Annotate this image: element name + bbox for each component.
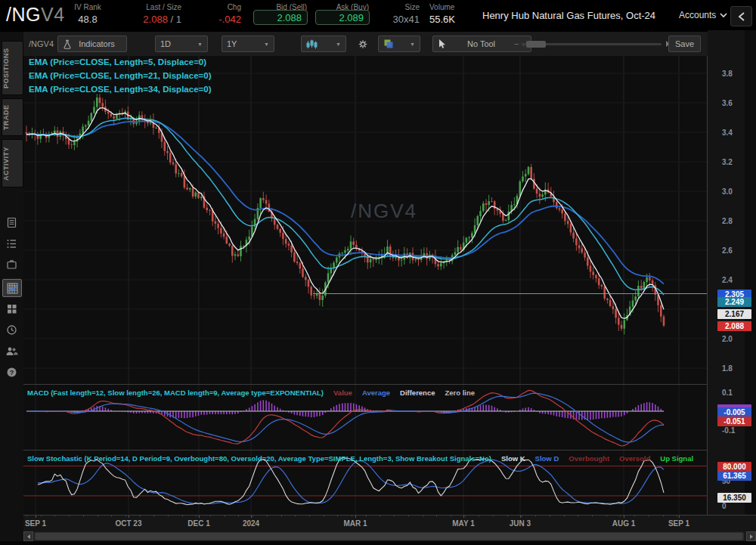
news-icon[interactable] [3,215,20,230]
chart-toolbar: /NGV4 Indicators 1D▼ 1Y▼ ▼ ▼ No Tool ▼ [23,32,756,57]
price-chart-canvas[interactable]: /NGV4 [23,56,707,384]
x-minor-tick [663,516,664,517]
x-minor-tick [451,516,451,517]
macd-legend-average: Average [362,389,390,397]
y-tick-label: 2.8 [722,217,733,225]
price-badge: 16.350 [717,493,751,503]
scroll-left-button[interactable] [23,531,33,541]
slow-k-line [38,457,664,504]
range-dropdown[interactable]: 1Y▼ [222,36,274,52]
clock-icon[interactable] [3,322,20,337]
ema5-label[interactable]: EMA (Price=CLOSE, Length=5, Displace=0) [29,57,211,67]
y-tick-label: 2.0 [722,335,733,343]
collapse-panel-button[interactable] [730,6,752,26]
x-minor-tick [168,516,169,517]
save-button[interactable]: Save [668,36,701,52]
zoom-out-icon[interactable]: − [514,39,519,48]
macd-study-label[interactable]: MACD (Fast length=12, Slow length=26, MA… [27,389,324,397]
bid-button[interactable]: 2.088 [253,10,308,25]
zoom-slider-thumb[interactable] [526,41,546,48]
x-minor-tick [493,516,494,517]
x-minor-tick [550,516,550,517]
x-minor-tick [578,516,578,517]
contract-description: Henry Hub Natural Gas Futures, Oct-24 [482,10,655,21]
timeframe-dropdown[interactable]: 1D▼ [155,36,208,52]
macd-legend-value: Value [333,389,352,397]
x-major-tick [36,516,36,518]
x-minor-tick [182,516,183,517]
panel-divider[interactable] [23,384,756,385]
community-icon[interactable] [3,343,20,358]
zoom-slider-track[interactable] [522,43,662,45]
x-minor-tick [210,516,211,517]
iv-rank-stat: IV Rank 48.8 [68,3,107,25]
candles-layer [26,94,665,334]
macd-header-row: MACD (Fast length=12, Slow length=26, MA… [27,388,702,397]
time-axis: SEP 1OCT 23DEC 12024MAR 1MAY 1JUN 3AUG 1… [23,515,756,531]
svg-text:?: ? [9,368,14,376]
scrollbar-thumb[interactable] [36,533,742,540]
timeframe-value: 1D [160,39,171,48]
y-tick-label: 3.8 [722,70,733,78]
price-badge: 2.249 [717,297,751,307]
chart-icon[interactable] [2,279,22,297]
size-value: 30x41 [382,14,420,25]
last-size: / 1 [171,14,181,25]
x-axis-label: SEP 1 [662,519,696,528]
list-icon[interactable] [3,236,20,251]
chart-scrollbar[interactable] [23,531,756,541]
macd-legend-zeroline: Zero line [445,389,476,397]
left-sidebar: POSITIONS TRADE ACTIVITY ? [0,32,24,545]
x-minor-tick [380,516,380,517]
settings-button[interactable] [354,36,372,52]
x-major-tick [463,516,464,518]
y-tick-label: 2.4 [722,276,733,284]
y-tick-label: 1.8 [722,364,733,373]
x-axis-label: OCT 23 [112,519,145,528]
last-size-label: Last / Size [112,3,181,11]
symbol-suffix: V4 [41,4,65,25]
indicators-button[interactable]: Indicators [57,36,127,52]
ema21-label[interactable]: EMA (Price=CLOSE, Length=21, Displace=0) [29,71,211,80]
scroll-right-button[interactable] [746,531,756,541]
grid-icon[interactable] [3,301,20,316]
x-minor-tick [507,516,508,517]
drawing-tool-value: No Tool [467,39,495,48]
help-icon[interactable]: ? [3,364,20,379]
price-badge: 80.000 [717,462,751,472]
chart-type-dropdown[interactable]: ▼ [301,36,346,52]
x-axis-label: MAR 1 [339,519,372,528]
chart-zoom-slider[interactable]: − [514,36,680,52]
accounts-dropdown[interactable]: Accounts [679,10,727,20]
x-minor-tick [592,516,593,517]
layout-dropdown[interactable]: ▼ [378,36,420,52]
y-tick-label: 0 [722,502,727,510]
symbol-ticker[interactable]: /NGV4 [6,4,65,26]
stoch-study-label[interactable]: Slow Stochastic (K Period=14, D Period=9… [27,454,491,463]
price-badge: -0.051 [717,416,751,426]
x-minor-tick [69,516,70,517]
iv-rank-value: 48.8 [68,14,107,25]
x-minor-tick [41,516,42,517]
last-size-stat: Last / Size 2.088 / 1 [112,3,181,25]
chevron-left-icon [738,11,745,22]
flask-icon [63,39,72,49]
ask-button[interactable]: 2.089 [315,10,370,25]
sidebar-tab-positions[interactable]: POSITIONS [2,41,23,95]
sidebar-tab-activity[interactable]: ACTIVITY [2,139,23,187]
trading-platform: /NGV4 IV Rank 48.8 Last / Size 2.088 / 1… [0,0,756,545]
x-minor-tick [366,516,367,517]
x-axis-label: 2024 [234,519,268,528]
ema5-line [26,108,664,319]
x-major-tick [679,516,680,518]
x-minor-tick [324,516,324,517]
panel-divider[interactable] [23,450,756,451]
x-axis-label: AUG 1 [607,519,640,528]
sidebar-tab-trade[interactable]: TRADE [2,98,23,136]
monitor-icon[interactable] [3,257,20,272]
x-minor-tick [140,516,141,517]
chevron-down-icon [720,13,727,18]
ema34-label[interactable]: EMA (Price=CLOSE, Length=34, Displace=0) [29,85,211,94]
x-axis-label: MAY 1 [447,519,480,528]
candlestick-icon [306,39,318,49]
